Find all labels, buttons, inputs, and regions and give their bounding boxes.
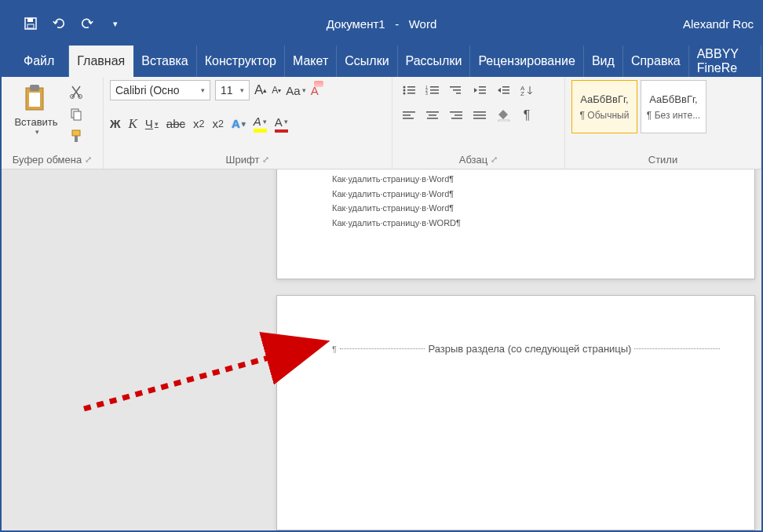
tab-mailings[interactable]: Рассылки <box>398 46 471 77</box>
font-size-combo[interactable]: 11▾ <box>215 80 250 100</box>
svg-rect-30 <box>502 86 509 88</box>
svg-text:3: 3 <box>425 91 428 96</box>
quick-access-toolbar: ▾ <box>2 16 122 31</box>
format-painter-icon[interactable] <box>69 129 85 144</box>
sort-icon[interactable]: AZ <box>517 80 537 100</box>
bullets-icon[interactable] <box>399 80 419 100</box>
page-1[interactable]: Как·удалить·страницу·в·Word¶ Как·удалить… <box>276 169 755 279</box>
svg-rect-40 <box>427 118 438 119</box>
chevron-down-icon: ▾ <box>201 86 205 94</box>
svg-rect-19 <box>430 86 439 88</box>
ribbon: Вставить ▾ Буфер обмена ⤢ <box>2 77 761 169</box>
redo-icon[interactable] <box>80 16 94 31</box>
svg-rect-29 <box>479 93 486 94</box>
dialog-launcher-icon[interactable]: ⤢ <box>262 155 269 165</box>
group-clipboard-label: Буфер обмена <box>13 154 82 166</box>
doc-line[interactable]: Как·удалить·страницу·в·Word¶ <box>332 201 699 216</box>
svg-rect-38 <box>426 111 439 113</box>
pilcrow-mark: ¶ <box>332 344 337 354</box>
svg-rect-39 <box>429 115 436 116</box>
page-2[interactable]: ¶ Разрыв раздела (со следующей страницы) <box>276 295 755 530</box>
qat-customize-icon[interactable]: ▾ <box>108 16 122 31</box>
save-icon[interactable] <box>24 16 38 31</box>
chevron-down-icon: ▾ <box>35 128 39 136</box>
tab-references[interactable]: Ссылки <box>337 46 397 77</box>
group-styles: АаБбВвГг, ¶ Обычный АаБбВвГг, ¶ Без инте… <box>565 77 761 169</box>
svg-rect-32 <box>502 93 509 94</box>
highlight-button[interactable]: A▾ <box>254 115 267 133</box>
style-no-spacing[interactable]: АаБбВвГг, ¶ Без инте... <box>641 80 706 133</box>
align-center-icon[interactable] <box>422 105 443 126</box>
svg-rect-23 <box>430 93 439 94</box>
font-name-combo[interactable]: Calibri (Осно▾ <box>110 80 210 100</box>
svg-rect-4 <box>30 85 39 91</box>
strike-button[interactable]: abc <box>166 117 185 130</box>
document-area[interactable]: Как·удалить·страницу·в·Word¶ Как·удалить… <box>2 169 761 530</box>
doc-line[interactable]: Как·удалить·страницу·в·WORD¶ <box>332 216 699 231</box>
group-font: Calibri (Осно▾ 11▾ A▴ A▾ Aa▾ A Ж К Ч▾ ab… <box>104 77 392 169</box>
undo-icon[interactable] <box>52 16 66 31</box>
change-case-button[interactable]: Aa▾ <box>286 84 305 97</box>
svg-rect-9 <box>74 111 81 120</box>
svg-rect-25 <box>453 89 461 91</box>
bold-button[interactable]: Ж <box>110 117 121 130</box>
tab-home[interactable]: Главная <box>69 46 133 77</box>
font-color-button[interactable]: A▾ <box>275 115 288 133</box>
clipboard-icon <box>23 83 49 115</box>
svg-text:Z: Z <box>520 90 524 96</box>
tab-layout[interactable]: Макет <box>285 46 337 77</box>
tab-review[interactable]: Рецензирование <box>470 46 584 77</box>
subscript-button[interactable]: x2 <box>193 117 204 130</box>
section-break[interactable]: ¶ Разрыв раздела (со следующей страницы) <box>332 343 723 355</box>
copy-icon[interactable] <box>69 107 85 122</box>
dialog-launcher-icon[interactable]: ⤢ <box>85 155 92 165</box>
group-font-label: Шрифт <box>226 154 260 166</box>
text-effects-button[interactable]: A▾ <box>232 117 246 130</box>
svg-point-12 <box>403 86 406 89</box>
svg-rect-26 <box>456 93 461 94</box>
svg-rect-15 <box>407 89 415 91</box>
doc-line[interactable]: Как·удалить·страницу·в·Word¶ <box>332 172 699 187</box>
shading-icon[interactable] <box>493 105 513 126</box>
grow-font-icon[interactable]: A▴ <box>254 82 267 98</box>
section-break-label: Разрыв раздела (со следующей страницы) <box>428 343 631 355</box>
paste-button[interactable]: Вставить ▾ <box>8 80 64 136</box>
tab-abbyy[interactable]: ABBYY FineRe <box>689 46 761 77</box>
svg-rect-11 <box>75 136 78 142</box>
svg-point-16 <box>403 93 406 95</box>
multilevel-icon[interactable] <box>446 80 466 100</box>
decrease-indent-icon[interactable] <box>469 80 490 100</box>
svg-rect-10 <box>72 130 80 136</box>
numbering-icon[interactable]: 123 <box>422 80 443 100</box>
align-left-icon[interactable] <box>399 105 419 126</box>
underline-button[interactable]: Ч▾ <box>145 117 159 130</box>
svg-rect-21 <box>430 89 439 91</box>
svg-rect-24 <box>450 86 461 88</box>
tab-file[interactable]: Файл <box>2 46 69 77</box>
tab-design[interactable]: Конструктор <box>197 46 285 77</box>
cut-icon[interactable] <box>69 85 85 100</box>
tab-help[interactable]: Справка <box>623 46 689 77</box>
svg-rect-17 <box>407 93 415 94</box>
superscript-button[interactable]: x2 <box>213 117 224 130</box>
tab-insert[interactable]: Вставка <box>133 46 196 77</box>
italic-button[interactable]: К <box>129 116 137 132</box>
align-right-icon[interactable] <box>446 105 466 126</box>
shrink-font-icon[interactable]: A▾ <box>272 85 281 96</box>
group-clipboard: Вставить ▾ Буфер обмена ⤢ <box>2 77 104 169</box>
paste-label: Вставить <box>14 116 57 128</box>
svg-rect-41 <box>450 111 462 113</box>
group-paragraph-label: Абзац <box>459 154 487 166</box>
show-marks-button[interactable]: ¶ <box>517 105 537 126</box>
dialog-launcher-icon[interactable]: ⤢ <box>491 155 498 165</box>
tab-view[interactable]: Вид <box>584 46 623 77</box>
justify-icon[interactable] <box>469 105 490 126</box>
doc-line[interactable]: Как·удалить·страницу·в·Word¶ <box>332 187 699 202</box>
svg-rect-36 <box>403 115 411 116</box>
window-title: Документ1 - Word <box>327 17 437 31</box>
svg-rect-44 <box>473 111 486 113</box>
increase-indent-icon[interactable] <box>493 80 513 100</box>
svg-rect-37 <box>403 118 414 119</box>
clear-format-icon[interactable]: A <box>311 84 319 97</box>
style-normal[interactable]: АаБбВвГг, ¶ Обычный <box>571 80 637 133</box>
